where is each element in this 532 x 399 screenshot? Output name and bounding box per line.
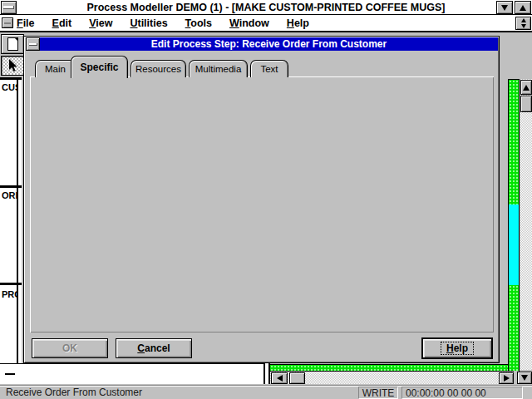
menu-file[interactable]: File [17, 17, 35, 29]
menu-utilities[interactable]: Utilities [130, 17, 167, 29]
dialog-titlebar: Edit Process Step: Receive Order From Cu… [40, 37, 498, 51]
status-mode-badge: WRITE [358, 387, 398, 399]
lane-border [0, 185, 22, 188]
color-bar-green-segment [509, 285, 519, 371]
ok-button[interactable]: OK [32, 338, 108, 358]
tab-main[interactable]: Main [35, 60, 76, 77]
scroll-down-button[interactable] [517, 372, 532, 384]
canvas-bottom-area [0, 363, 264, 384]
scroll-left-button[interactable] [271, 372, 288, 384]
menubar: File Edit View Utilities Tools Window He… [0, 15, 532, 32]
statusbar: Receive Order From Customer WRITE 00:00:… [0, 385, 532, 399]
lane-label-process: PRO [2, 289, 17, 299]
vertical-scrollbar-track[interactable] [520, 79, 532, 370]
lane-border [0, 77, 22, 80]
menu-edit[interactable]: Edit [52, 17, 72, 29]
pointer-arrow-icon [7, 59, 18, 72]
maximize-button[interactable] [515, 1, 531, 14]
tab-resources[interactable]: Resources [131, 60, 186, 77]
canvas-dash-mark [5, 373, 15, 375]
toolbar-new-diagram-button[interactable] [1, 34, 24, 54]
restore-down-icon [521, 24, 526, 28]
horizontal-scrollbar-thumb[interactable] [289, 372, 305, 384]
lane-label-customer: CUS [2, 82, 17, 92]
child-restore-button[interactable] [515, 17, 531, 30]
canvas-lane-headers [0, 77, 22, 363]
dialog-control-menu-button[interactable] [26, 37, 40, 51]
color-bar-green-segment [509, 80, 519, 204]
minimize-button[interactable] [496, 1, 513, 14]
menu-window[interactable]: Window [229, 17, 269, 29]
scroll-down-icon [521, 375, 528, 381]
minimize-icon [501, 5, 508, 11]
vertical-scrollbar-thumb[interactable] [520, 96, 532, 112]
color-bar-cyan-segment [509, 204, 519, 285]
menu-tools[interactable]: Tools [185, 17, 212, 29]
dialog-control-dash-icon [29, 43, 37, 46]
new-document-icon [7, 37, 18, 51]
tab-multimedia[interactable]: Multimedia [189, 60, 248, 77]
control-menu-dash-icon [3, 6, 14, 9]
cancel-button[interactable]: Cancel [116, 338, 192, 358]
toolbar-pointer-tool-button[interactable] [1, 56, 24, 76]
horizontal-color-bar [270, 364, 514, 372]
lane-header-divider-line [17, 80, 18, 363]
tab-panel [30, 76, 494, 332]
scroll-up-icon [523, 85, 530, 91]
maximize-icon [520, 5, 526, 11]
lane-border [0, 283, 22, 285]
dialog-title: Edit Process Step: Receive Order From Cu… [151, 38, 387, 50]
menu-view[interactable]: View [89, 17, 112, 29]
status-message: Receive Order From Customer [6, 387, 142, 398]
menu-help[interactable]: Help [287, 17, 309, 29]
scroll-right-icon [504, 375, 510, 382]
tab-text[interactable]: Text [250, 60, 288, 77]
vertical-color-bar [508, 79, 520, 372]
tab-specific[interactable]: Specific [71, 56, 128, 78]
lane-column-divider [264, 363, 270, 384]
scroll-right-button[interactable] [499, 372, 514, 384]
scroll-left-icon [277, 375, 283, 382]
window-title: Process Modeller DEMO (1) - [MAKE CUSTOM… [0, 2, 532, 13]
child-control-dash-icon [4, 22, 11, 24]
scroll-up-button[interactable] [520, 80, 532, 95]
screen: Process Modeller DEMO (1) - [MAKE CUSTOM… [0, 0, 532, 399]
horizontal-scrollbar-track[interactable] [270, 372, 514, 384]
child-control-menu-button[interactable] [2, 17, 13, 28]
help-button[interactable]: Help [421, 337, 493, 359]
restore-up-icon [521, 18, 526, 22]
app-titlebar: Process Modeller DEMO (1) - [MAKE CUSTOM… [0, 0, 532, 15]
app-control-menu-button[interactable] [1, 1, 17, 14]
lane-label-order: ORD [2, 190, 17, 200]
status-timer: 00:00:00 00 00 00 [401, 387, 523, 399]
